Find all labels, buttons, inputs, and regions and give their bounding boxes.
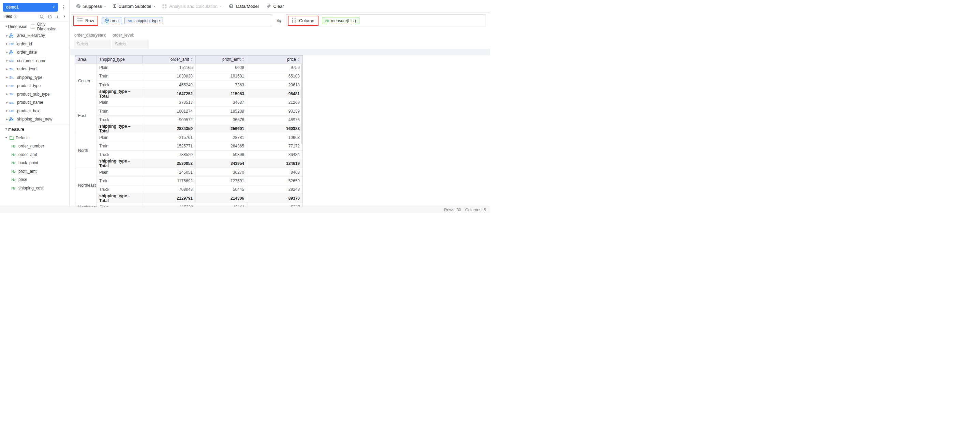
workspace-selector[interactable]: demo1 ▾ — [3, 3, 58, 11]
table-cell[interactable]: 245051 — [142, 168, 196, 177]
expand-caret-icon[interactable]: ▶ — [6, 76, 9, 79]
field-chip-area[interactable]: area — [102, 17, 122, 24]
table-cell[interactable]: 36484 — [247, 150, 302, 159]
table-cell[interactable]: 185238 — [196, 107, 247, 115]
measure-field-order-number[interactable]: №order_number — [0, 142, 69, 150]
expand-caret-icon[interactable]: ▶ — [6, 93, 9, 96]
expand-caret-icon[interactable]: ▶ — [6, 51, 9, 54]
add-field-icon[interactable]: + — [56, 14, 59, 19]
table-cell[interactable]: 373513 — [142, 98, 196, 107]
table-cell[interactable]: 909572 — [142, 116, 196, 124]
dimension-field-area-hierarchy[interactable]: ▶area_Hierarchy — [0, 31, 69, 40]
table-cell[interactable]: 52659 — [247, 177, 302, 185]
expand-caret-icon[interactable]: ▶ — [6, 68, 9, 71]
expand-caret-icon[interactable]: ▶ — [6, 59, 9, 62]
table-cell[interactable]: 20618 — [247, 81, 302, 89]
field-chip-measure-list[interactable]: №measure(List) — [322, 17, 360, 24]
table-cell[interactable]: 9759 — [247, 64, 302, 72]
table-cell[interactable]: Plain — [97, 203, 143, 206]
table-cell[interactable]: 124619 — [247, 159, 302, 168]
dimension-field-order-date[interactable]: ▶order_date — [0, 48, 69, 57]
expand-caret-icon[interactable]: ▶ — [6, 101, 9, 104]
expand-caret-icon[interactable]: ▶ — [6, 118, 9, 121]
table-cell[interactable]: 36270 — [196, 168, 247, 177]
table-cell[interactable]: 708048 — [142, 185, 196, 193]
section-caret-icon[interactable]: ▼ — [5, 128, 8, 131]
expand-caret-icon[interactable]: ▶ — [6, 109, 9, 112]
expand-caret-icon[interactable]: ▶ — [6, 34, 9, 37]
sort-icon[interactable] — [191, 58, 192, 61]
table-cell[interactable]: 65103 — [247, 72, 302, 80]
toolbar-item-suppress[interactable]: Suppress▾ — [76, 4, 106, 9]
table-cell[interactable]: shipping_type – Total — [97, 159, 142, 168]
table-cell[interactable]: 2884359 — [142, 124, 196, 133]
toolbar-item-clear[interactable]: Clear — [266, 4, 284, 9]
table-cell[interactable]: 10963 — [247, 133, 302, 141]
measure-folder-default[interactable]: ▼ Default — [0, 134, 69, 142]
table-cell[interactable]: 89370 — [247, 194, 302, 203]
table-cell[interactable]: 115053 — [196, 89, 247, 98]
expand-caret-icon[interactable]: ▶ — [6, 42, 9, 45]
table-cell[interactable]: 6009 — [196, 64, 247, 72]
dimension-field-order-level[interactable]: ▶Str.order_level — [0, 65, 69, 73]
table-cell[interactable]: 343954 — [196, 159, 247, 168]
measure-section-header[interactable]: ▼ measure — [0, 125, 69, 134]
search-icon[interactable] — [40, 14, 44, 19]
table-cell[interactable]: 465249 — [142, 81, 196, 89]
dimension-field-product-sub-type[interactable]: ▶Str.product_sub_type — [0, 90, 69, 99]
collapse-panel-icon[interactable]: ▼ — [63, 15, 66, 18]
table-cell[interactable]: Train — [97, 107, 142, 115]
table-cell[interactable]: 214306 — [196, 194, 247, 203]
table-cell[interactable]: shipping_type – Total — [97, 89, 142, 98]
field-chip-shipping-type[interactable]: Str.shipping_type — [124, 17, 163, 24]
table-cell[interactable]: 50808 — [196, 150, 247, 159]
measure-field-profit-amt[interactable]: №profit_amt — [0, 167, 69, 176]
table-cell[interactable]: 50445 — [196, 185, 247, 193]
column-shelf-label-box[interactable]: Column — [288, 16, 318, 26]
filter-select[interactable]: Select — [74, 40, 111, 48]
column-header-profit-amt[interactable]: profit_amt — [196, 56, 247, 63]
table-cell[interactable]: Truck — [97, 185, 142, 193]
swap-axes-icon[interactable]: ⇆ — [272, 18, 286, 24]
measure-field-back-point[interactable]: №back_point — [0, 159, 69, 167]
column-header-price[interactable]: price — [247, 56, 302, 63]
only-dimension-checkbox[interactable] — [31, 24, 35, 29]
kebab-menu-icon[interactable]: ⋮ — [61, 5, 66, 10]
sort-icon[interactable] — [242, 58, 244, 61]
table-cell[interactable]: 256601 — [196, 124, 247, 133]
table-cell[interactable]: 160383 — [247, 124, 302, 133]
row-header-cell[interactable]: East — [75, 98, 97, 133]
table-cell[interactable]: 1601274 — [142, 107, 196, 115]
table-cell[interactable]: 21268 — [247, 98, 302, 107]
row-header-cell[interactable]: Northeast — [75, 168, 97, 203]
table-cell[interactable]: Train — [97, 142, 142, 150]
dimension-field-product-box[interactable]: ▶Str.product_box — [0, 107, 69, 115]
column-header-area[interactable]: area — [75, 56, 97, 63]
table-cell[interactable]: Plain — [97, 98, 142, 107]
table-cell[interactable]: 264365 — [196, 142, 247, 150]
row-header-cell[interactable]: Center — [75, 64, 97, 98]
table-cell[interactable]: 101681 — [196, 72, 247, 80]
table-cell[interactable]: 127591 — [196, 177, 247, 185]
folder-caret-icon[interactable]: ▼ — [5, 136, 8, 139]
column-header-order-amt[interactable]: order_amt — [143, 56, 196, 63]
table-cell[interactable]: 151165 — [142, 64, 196, 72]
table-cell[interactable]: 215761 — [142, 133, 196, 141]
table-cell[interactable]: 15164 — [196, 203, 248, 206]
table-cell[interactable]: Train — [97, 177, 142, 185]
dimension-field-product-type[interactable]: ▶Str.product_type — [0, 81, 69, 90]
table-cell[interactable]: Plain — [97, 64, 142, 72]
vertical-scrollbar[interactable] — [301, 64, 303, 144]
measure-field-shipping-cost[interactable]: №shipping_cost — [0, 184, 69, 193]
table-cell[interactable]: 77172 — [247, 142, 302, 150]
table-cell[interactable]: 28248 — [247, 185, 302, 193]
dimension-field-shipping-date-new[interactable]: ▶shipping_date_new — [0, 115, 69, 124]
table-cell[interactable]: 8463 — [247, 168, 302, 177]
table-cell[interactable]: 48976 — [247, 116, 302, 124]
table-cell[interactable]: 34687 — [196, 98, 247, 107]
filter-select[interactable]: Select — [112, 40, 149, 48]
table-cell[interactable]: 788520 — [142, 150, 196, 159]
table-cell[interactable]: 2129791 — [142, 194, 196, 203]
table-cell[interactable]: 7363 — [196, 81, 247, 89]
table-cell[interactable]: 1525771 — [142, 142, 196, 150]
